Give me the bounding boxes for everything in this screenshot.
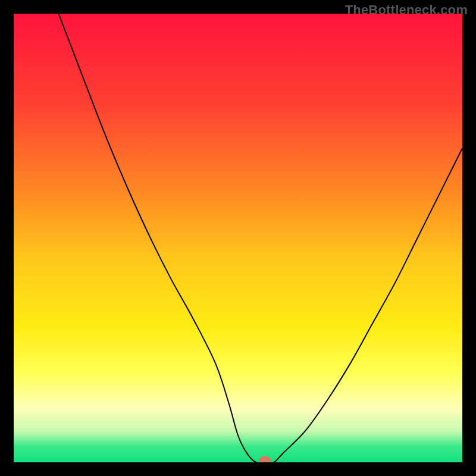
gradient-background <box>14 14 462 462</box>
chart-svg <box>14 14 462 462</box>
chart-container: TheBottleneck.com <box>0 0 476 476</box>
plot-area <box>14 14 462 462</box>
